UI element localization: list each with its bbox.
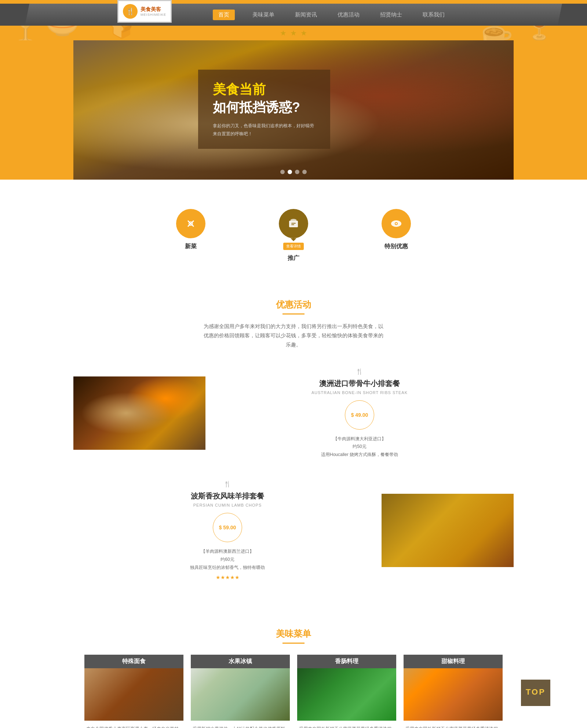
feature-special-offer: 特别优惠 <box>382 209 411 262</box>
hero-title-line1: 美食当前 <box>213 81 316 99</box>
menu-card-sweet: 甜椒料理 采用来自国外新鲜无公害蔬菜花果经多重清洗程序，确保广大用户饮食安全，经… <box>404 655 503 728</box>
nav-link-menu[interactable]: 美味菜单 <box>249 10 277 20</box>
hero-image: 美食当前 如何抵挡诱惑? 拿起你的刀叉，色香味是我们追求的根本，好好犒劳来自置置… <box>73 40 514 180</box>
promo-item-1-image <box>73 376 205 450</box>
promotion-badge[interactable]: 查看详情 <box>283 243 304 250</box>
stars-area: ★ ★ ★ <box>0 26 587 40</box>
promo-item-2-detail1: 【羊肉源料澳新西兰进口】 <box>88 548 367 556</box>
menu-section-divider <box>282 643 305 644</box>
logo-text: 美食美客 MEISHIMEIKE <box>141 6 166 16</box>
promo-item-1-content: 🍴 澳洲进口带骨牛小排套餐 AUSTRALIAN BONE-IN SHORT R… <box>205 361 514 466</box>
menu-card-pasta: 特殊面食 来自全国优质小麦产区烹调小麦，经来自米其林厨师亲手制作，味道美味可口还… <box>84 655 183 728</box>
nav-link-promo[interactable]: 优惠活动 <box>335 10 362 20</box>
promo-food-img-1 <box>73 376 205 450</box>
menu-sausage-label: 香肠料理 <box>297 655 396 668</box>
menu-pasta-desc: 来自全国优质小麦产区烹调小麦，经来自米其林厨师亲手制作，味道美味可口还能尽享美食… <box>84 721 183 728</box>
menu-sweet-desc: 采用来自国外新鲜无公害蔬菜花果经多重清洗程序，确保广大用户饮食安全，经来自米其林… <box>404 721 503 728</box>
menu-sweet-image: 甜椒料理 <box>404 655 503 721</box>
menu-sausage-desc: 采用来自国外新鲜无公害蔬菜花果经多重清洗程序，确保广大用户饮食安全，经来自米其林… <box>297 721 396 728</box>
star2: ★ <box>290 29 297 37</box>
menu-pasta-label: 特殊面食 <box>84 655 183 668</box>
hero-slider: 美食当前 如何抵挡诱惑? 拿起你的刀叉，色香味是我们追求的根本，好好犒劳来自置置… <box>73 40 514 180</box>
promo-item-1-detail1: 【牛肉源料澳大利亚进口】 <box>220 435 499 443</box>
logo-subtitle: MEISHIMEIKE <box>141 13 166 16</box>
menu-grid: 特殊面食 来自全国优质小麦产区烹调小麦，经来自米其林厨师亲手制作，味道美味可口还… <box>0 655 587 728</box>
menu-card-ice: 水果冰镇 采用新鲜水果切片，上好汁块配合其他优质原料经料理大师之手，让您体验不一… <box>191 655 290 728</box>
promo-section-divider <box>282 313 305 315</box>
nav-link-news[interactable]: 新闻资讯 <box>292 10 320 20</box>
menu-ice-image: 水果冰镇 <box>191 655 290 721</box>
promotion-icon <box>279 209 308 238</box>
hero-text-box: 美食当前 如何抵挡诱惑? 拿起你的刀叉，色香味是我们追求的根本，好好犒劳来自置置… <box>198 70 330 149</box>
promo-item-2-name-en: PERSIAN CUMIN LAMB CHOPS <box>88 503 367 507</box>
promo-item-2-detail3: 独具匠味烹饪的浓郁香气，独特有嚼劲 <box>88 564 367 572</box>
nav-link-contact[interactable]: 联系我们 <box>420 10 448 20</box>
slider-dots <box>280 170 307 174</box>
promo-fork-icon-2: 🍴 <box>88 481 367 488</box>
feature-new-dish-label: 新菜 <box>185 243 197 250</box>
menu-pasta-image: 特殊面食 <box>84 655 183 721</box>
menu-ice-desc: 采用新鲜水果切片，上好汁块配合其他优质原料经料理大师之手，让您体验不一样的感觉。 <box>191 721 290 728</box>
features-row: 新菜 查看详情 推广 特别优惠 <box>0 194 587 277</box>
features-section: 新菜 查看详情 推广 特别优惠 <box>0 180 587 291</box>
promo-item-2-detail2: 约60元 <box>88 556 367 564</box>
promo-item-1-name: 澳洲进口带骨牛小排套餐 <box>220 379 499 389</box>
promo-item-2-content: 🍴 波斯香孜风味羊排套餐 PERSIAN CUMIN LAMB CHOPS $ … <box>73 473 382 588</box>
slider-dot-1[interactable] <box>280 170 285 174</box>
menu-section: 美味菜单 特殊面食 来自全国优质小麦产区烹调小麦，经来自米其林厨师亲手制作，味道… <box>0 613 587 728</box>
menu-card-sausage: 香肠料理 采用来自国外新鲜无公害蔬菜花果经多重清洗程序，确保广大用户饮食安全，经… <box>297 655 396 728</box>
promo-item-2-stars: ★★★★★ <box>88 574 367 580</box>
menu-sausage-image: 香肠料理 <box>297 655 396 721</box>
header: 🍸 🍜 🍷 ☕ 🍞 🍴 美食美客 MEISHIMEIKE 首页 美味菜单 新闻资… <box>0 0 587 180</box>
promo-section-desc: 为感谢全国用户多年来对我们的大力支持，我们将另行推出一系列特色美食，以优惠的价格… <box>202 322 385 350</box>
nav-ribbon-right <box>558 4 587 26</box>
promo-section: 优惠活动 为感谢全国用户多年来对我们的大力支持，我们将另行推出一系列特色美食，以… <box>0 291 587 613</box>
promo-item-1-price: $ 49.00 <box>345 400 374 430</box>
promo-food-img-2 <box>382 494 514 567</box>
logo-title: 美食美客 <box>141 6 166 13</box>
promo-item-2-image <box>382 494 514 567</box>
hero-wrapper: 美食当前 如何抵挡诱惑? 拿起你的刀叉，色香味是我们追求的根本，好好犒劳来自置置… <box>0 40 587 180</box>
slider-dot-3[interactable] <box>295 170 299 174</box>
hero-outer: 美食当前 如何抵挡诱惑? 拿起你的刀叉，色香味是我们追求的根本，好好犒劳来自置置… <box>73 40 514 180</box>
feature-promotion-label: 推广 <box>288 254 299 262</box>
nav-link-recruit[interactable]: 招贤纳士 <box>377 10 405 20</box>
nav-link-home[interactable]: 首页 <box>213 10 235 20</box>
svg-point-9 <box>395 223 397 224</box>
menu-ice-label: 水果冰镇 <box>191 655 290 668</box>
promo-section-title: 优惠活动 <box>0 299 587 310</box>
promo-item-2: 🍴 波斯香孜风味羊排套餐 PERSIAN CUMIN LAMB CHOPS $ … <box>73 473 514 588</box>
feature-new-dish: 新菜 <box>176 209 205 262</box>
feature-special-offer-label: 特别优惠 <box>384 243 408 250</box>
promo-item-1: 🍴 澳洲进口带骨牛小排套餐 AUSTRALIAN BONE-IN SHORT R… <box>73 361 514 466</box>
promo-item-1-detail2: 约50元 <box>220 443 499 451</box>
promo-item-1-detail3: 适用Houcaller 烧烤方式殊酥，餐餐带劲 <box>220 451 499 459</box>
star1: ★ <box>280 29 287 37</box>
special-offer-icon <box>382 209 411 238</box>
nav-ribbon-left <box>0 4 29 26</box>
logo[interactable]: 🍴 美食美客 MEISHIMEIKE <box>117 0 172 23</box>
menu-section-title: 美味菜单 <box>0 628 587 640</box>
hero-desc: 拿起你的刀叉，色香味是我们追求的根本，好好犒劳来自置置的呼唤吧！ <box>213 122 316 138</box>
nav-bar: 🍴 美食美客 MEISHIMEIKE 首页 美味菜单 新闻资讯 优惠活动 招贤纳… <box>0 4 587 26</box>
nav-links: 首页 美味菜单 新闻资讯 优惠活动 招贤纳士 联系我们 <box>213 10 448 20</box>
promo-item-2-price: $ 59.00 <box>213 513 242 542</box>
svg-rect-6 <box>291 224 294 225</box>
svg-rect-4 <box>289 221 298 227</box>
hero-title-line2: 如何抵挡诱惑? <box>213 99 316 117</box>
top-button-label: TOP <box>526 687 546 697</box>
fork-icon: 🍴 <box>126 7 134 15</box>
promo-fork-icon: 🍴 <box>220 368 499 375</box>
slider-dot-2[interactable] <box>288 170 292 174</box>
svg-rect-5 <box>291 223 296 224</box>
promo-item-2-name: 波斯香孜风味羊排套餐 <box>88 491 367 501</box>
top-button[interactable]: TOP <box>521 677 550 706</box>
slider-dot-4[interactable] <box>302 170 307 174</box>
new-dish-icon <box>176 209 205 238</box>
promo-item-1-name-en: AUSTRALIAN BONE-IN SHORT RIBS STEAK <box>220 390 499 395</box>
star3: ★ <box>300 29 307 37</box>
logo-icon: 🍴 <box>123 4 138 19</box>
menu-sweet-label: 甜椒料理 <box>404 655 503 668</box>
feature-promotion: 查看详情 推广 <box>279 209 308 262</box>
